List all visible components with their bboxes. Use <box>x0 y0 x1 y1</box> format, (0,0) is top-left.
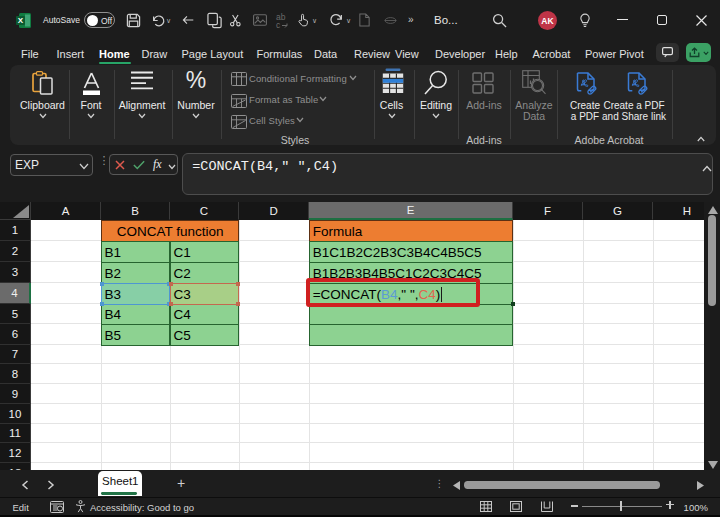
svg-text:X: X <box>18 16 24 25</box>
